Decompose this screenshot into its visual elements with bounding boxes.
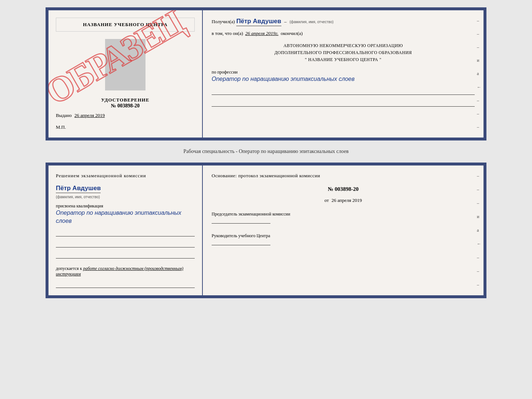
dopuskaetsya-prefix: допускается к	[56, 266, 82, 271]
top-doc-left: НАЗВАНИЕ УЧЕБНОГО ЦЕНТРА УДОСТОВЕРЕНИЕ №…	[48, 10, 203, 138]
vydano-block: Выдано 26 апреля 2019	[56, 113, 195, 118]
bottom-document: Решением экзаменационной комиссии Пётр А…	[46, 163, 486, 298]
udostoverenie-number: № 003898-20	[56, 103, 195, 109]
ot-date-value: 26 апреля 2019	[331, 197, 362, 203]
vtom-line: в том, что он(а) 26 апреля 2019г. окончи…	[212, 31, 475, 36]
poluchil-line: Получил(а) Пётр Авдушев – (фамилия, имя,…	[212, 18, 475, 26]
underline-2	[212, 101, 475, 107]
bottom-underline-4	[56, 282, 195, 288]
bottom-doc-right: Основание: протокол экзаменационной коми…	[203, 165, 484, 295]
resheniem-block: Решением экзаменационной комиссии	[56, 173, 195, 179]
udostoverenie-block: УДОСТОВЕРЕНИЕ № 003898-20	[56, 97, 195, 109]
bottom-name-sub: (фамилия, имя, отчество)	[56, 195, 100, 199]
right-edge-dashes: – – – и а ← – – –	[477, 10, 481, 138]
ot-prefix: от	[324, 197, 329, 203]
org-line1: АВТОНОМНУЮ НЕКОММЕРЧЕСКУЮ ОРГАНИЗАЦИЮ	[212, 42, 475, 49]
rukovoditel-signature-line	[212, 239, 270, 245]
vydano-date: 26 апреля 2019	[75, 113, 105, 118]
top-document: НАЗВАНИЕ УЧЕБНОГО ЦЕНТРА УДОСТОВЕРЕНИЕ №…	[46, 7, 486, 140]
bottom-underline-2	[56, 242, 195, 247]
po-professii-block: по профессии Оператор по наращиванию эпи…	[212, 70, 475, 83]
osnovaniye-block: Основание: протокол экзаменационной коми…	[212, 173, 475, 179]
protocol-number: № 003898-20	[212, 186, 475, 192]
bottom-name: Пётр Авдушев	[56, 185, 101, 193]
prisvoena-block: присвоена квалификация Оператор по наращ…	[56, 203, 195, 225]
separator-text: Рабочая специальность - Оператор по нара…	[183, 146, 349, 157]
vtom-date: 26 апреля 2019г.	[245, 31, 278, 36]
kvalif-value: Оператор по наращиванию эпитаксиальных с…	[56, 209, 195, 225]
poluchil-prefix: Получил(а)	[212, 19, 235, 25]
org-block: АВТОНОМНУЮ НЕКОММЕРЧЕСКУЮ ОРГАНИЗАЦИЮ ДО…	[212, 42, 475, 64]
rukovoditel-block: Руководитель учебного Центра	[212, 233, 475, 247]
dopuskaetsya-block: допускается к работе согласно должностны…	[56, 266, 195, 277]
top-doc-right: Получил(а) Пётр Авдушев – (фамилия, имя,…	[203, 10, 484, 138]
bottom-name-block: Пётр Авдушев (фамилия, имя, отчество)	[56, 185, 195, 200]
po-professii-value: Оператор по наращиванию эпитаксиальных с…	[212, 75, 475, 83]
underline-1	[212, 89, 475, 95]
poluchil-name: Пётр Авдушев	[236, 18, 281, 26]
predsedatel-block: Председатель экзаменационной комиссии	[212, 211, 475, 225]
predsedatel-label: Председатель экзаменационной комиссии	[212, 211, 475, 217]
okonchill-suffix: окончил(а)	[281, 31, 303, 36]
poluchil-sub: (фамилия, имя, отчество)	[290, 20, 334, 24]
ot-date: от 26 апреля 2019	[212, 197, 475, 203]
bottom-right-edge-dashes: – – – и а ← – – –	[477, 165, 481, 295]
org-line3: " НАЗВАНИЕ УЧЕБНОГО ЦЕНТРА "	[212, 56, 475, 63]
photo-placeholder	[105, 39, 145, 90]
po-professii-label: по профессии	[212, 70, 475, 75]
mp-block: М.П.	[56, 124, 195, 130]
org-line2: ДОПОЛНИТЕЛЬНОГО ПРОФЕССИОНАЛЬНОГО ОБРАЗО…	[212, 49, 475, 56]
prisvoena-label: присвоена квалификация	[56, 203, 195, 209]
vydano-label: Выдано	[56, 113, 72, 118]
top-training-center-title: НАЗВАНИЕ УЧЕБНОГО ЦЕНТРА	[56, 18, 195, 32]
bottom-doc-left: Решением экзаменационной комиссии Пётр А…	[48, 165, 203, 295]
udostoverenie-label: УДОСТОВЕРЕНИЕ	[56, 97, 195, 103]
bottom-underline-1	[56, 231, 195, 236]
rukovoditel-label: Руководитель учебного Центра	[212, 233, 475, 239]
predsedatel-signature-line	[212, 217, 270, 224]
poluchil-dash: –	[284, 19, 287, 25]
vtom-prefix: в том, что он(а)	[212, 31, 243, 36]
bottom-underline-3	[56, 253, 195, 259]
